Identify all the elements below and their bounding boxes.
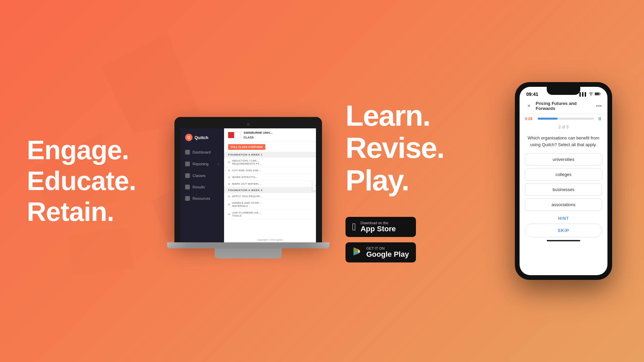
phone-time: 09:41 [526, 92, 538, 97]
school-logo-red [228, 132, 234, 138]
content-item: CUT AND JOIN SHE... [224, 167, 316, 174]
phone-header: × Pricing Futures and Forwards ••• [520, 99, 607, 114]
item-text: HANDLE AND STOR...MATERIALS [232, 201, 262, 207]
laptop-screen: Q Quitch Dashboard Reporting › [180, 128, 316, 242]
item-dot [228, 213, 230, 215]
item-dot [228, 176, 230, 178]
pause-button[interactable]: ⏸ [597, 116, 602, 121]
store-buttons:  Download on the App Store G [345, 217, 416, 262]
phone-status-icons: ▌▌▌ [580, 92, 601, 96]
laptop-section: Q Quitch Dashboard Reporting › [174, 117, 325, 258]
option-businesses[interactable]: businesses [525, 183, 602, 196]
item-text: CUT AND JOIN SHE... [232, 169, 261, 172]
content-item: MARK OUT MATERI... [224, 181, 316, 187]
item-text: MARK OUT MATERI... [232, 182, 261, 185]
laptop-outer: Q Quitch Dashboard Reporting › [174, 117, 322, 258]
google-play-icon [352, 247, 362, 258]
phone-device: 09:41 ▌▌▌ [515, 82, 612, 280]
main-container: Engage. Educate. Retain. Q Quitch [0, 0, 644, 362]
week1-header: FOUNDATION A WEEK 1 [224, 152, 316, 158]
item-dot [228, 203, 230, 205]
school-name: SWINBURNE UNIV... [244, 131, 272, 134]
laptop-stand [215, 248, 282, 258]
school-logo [228, 132, 241, 138]
hero-line-2: Educate. [27, 166, 168, 196]
learn-text: Learn. Revise. Play. [345, 100, 444, 197]
hint-button[interactable]: HINT [520, 211, 607, 224]
learn-line-2: Revise. [345, 132, 444, 164]
item-dot [228, 195, 230, 197]
google-play-label-large: Google Play [366, 250, 409, 258]
signal-icon: ▌▌▌ [580, 92, 587, 96]
item-dot [228, 183, 230, 185]
full-class-overview-button[interactable]: FULL CLASS OVERVIEW [228, 144, 265, 150]
phone-timer: 0:26 [525, 117, 534, 121]
content-item: HANDLE AND STOR...MATERIALS [224, 200, 316, 209]
item-text: INDUCTION / CAR...REQUIREMENTS PT... [232, 159, 262, 165]
middle-section: Learn. Revise. Play.  Download on the A… [325, 100, 510, 263]
school-logo-white [235, 132, 241, 138]
quitch-logo-icon: Q [185, 134, 193, 141]
content-item: USE PLUMBING HA...TOOLS [224, 209, 316, 219]
item-text: USE PLUMBING HA...TOOLS [232, 211, 261, 217]
progress-track [538, 118, 594, 120]
right-section: 09:41 ▌▌▌ [510, 82, 617, 280]
app-store-button[interactable]:  Download on the App Store [345, 217, 416, 237]
phone-screen: 09:41 ▌▌▌ [520, 87, 607, 275]
classes-icon [185, 173, 190, 178]
quiz-question: Which organisations can benefit from usi… [520, 131, 607, 153]
svg-rect-11 [595, 93, 599, 95]
item-dot [228, 161, 230, 163]
class-header: SWINBURNE UNIV... CLASS [224, 128, 316, 142]
app-logo-text: Quitch [195, 135, 208, 140]
learn-line-3: Play. [345, 164, 444, 197]
copyright-text: Copyright © 2019 Quitch [257, 239, 283, 241]
sidebar-item-classes[interactable]: Classes [180, 170, 224, 181]
sidebar-item-dashboard[interactable]: Dashboard [180, 146, 224, 158]
option-associations[interactable]: associations [525, 198, 602, 211]
google-play-button[interactable]: GET IT ON Google Play [345, 242, 416, 262]
sidebar-item-reporting[interactable]: Reporting › [180, 158, 224, 170]
item-text: APPLY OHS REQUIR... [232, 195, 262, 198]
app-logo: Q Quitch [180, 134, 224, 146]
option-universities[interactable]: universities [525, 153, 602, 166]
question-counter: 2 of 3 [520, 123, 607, 131]
skip-button[interactable]: SKIP [525, 224, 602, 237]
reporting-chevron: › [218, 161, 219, 167]
sidebar-item-resources[interactable]: Resources [180, 193, 224, 204]
sidebar-collapse-button[interactable]: ‹ [313, 180, 316, 190]
phone-progress-area: 0:26 ⏸ [520, 114, 607, 123]
results-icon [185, 185, 190, 189]
reporting-icon [185, 162, 190, 166]
phone-quiz-title: Pricing Futures and Forwards [536, 101, 593, 111]
apple-icon:  [352, 221, 356, 233]
laptop-screen-bezel: Q Quitch Dashboard Reporting › [174, 117, 322, 242]
left-section: Engage. Educate. Retain. [27, 135, 168, 227]
sidebar-item-results[interactable]: Results [180, 181, 224, 193]
option-colleges[interactable]: colleges [525, 168, 602, 181]
app-sidebar: Q Quitch Dashboard Reporting › [180, 128, 224, 242]
dashboard-icon [185, 150, 190, 155]
hero-text: Engage. Educate. Retain. [27, 135, 168, 227]
class-label: CLASS [244, 136, 272, 139]
svg-point-8 [591, 95, 592, 96]
app-store-label-large: App Store [361, 225, 396, 233]
week2-header: FOUNDATION A WEEK 2 [224, 187, 316, 193]
phone-close-button[interactable]: × [525, 102, 533, 110]
answer-options: universities colleges businesses associa… [520, 153, 607, 211]
item-text: WORK EFFECTIV... [232, 176, 258, 179]
home-bar [547, 240, 580, 241]
laptop-base [167, 242, 329, 248]
phone-home-indicator [520, 237, 607, 244]
wifi-icon [589, 92, 593, 96]
item-dot [228, 170, 230, 172]
hero-line-1: Engage. [27, 135, 168, 166]
laptop-camera [247, 123, 250, 126]
resources-icon [185, 196, 190, 201]
google-play-texts: GET IT ON Google Play [366, 246, 409, 258]
app-main-content: ‹ SWINBURNE UNIV... CLASS [224, 128, 316, 242]
phone-more-button[interactable]: ••• [596, 103, 602, 109]
svg-rect-10 [600, 94, 601, 95]
hero-line-3: Retain. [27, 196, 168, 227]
progress-fill [538, 118, 557, 120]
